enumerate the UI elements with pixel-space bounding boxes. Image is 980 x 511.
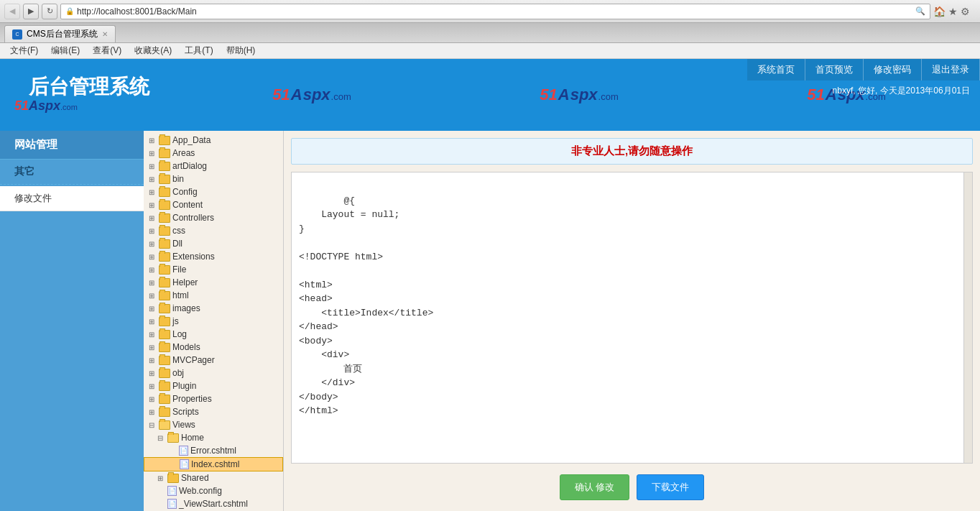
- tree-item-viewstart[interactable]: - 📄 _ViewStart.cshtml: [144, 497, 283, 510]
- back-button[interactable]: ◀: [4, 4, 20, 19]
- folder-icon: [159, 239, 170, 249]
- brand-51: 51: [14, 98, 29, 114]
- lock-icon: 🔒: [65, 7, 74, 15]
- tree-item-artdialog[interactable]: ⊞ artDialog: [144, 160, 283, 172]
- menu-tools[interactable]: 工具(T): [179, 43, 218, 58]
- folder-icon: [159, 188, 170, 197]
- tree-label: html: [172, 290, 189, 300]
- settings-icon[interactable]: ⚙: [961, 6, 970, 17]
- nav-preview[interactable]: 首页预览: [805, 59, 864, 80]
- expand-icon: ⊞: [147, 279, 157, 287]
- tree-item-appdata[interactable]: ⊞ App_Data: [144, 134, 283, 147]
- tree-label: Config: [172, 187, 198, 197]
- tree-item-plugin[interactable]: ⊞ Plugin: [144, 379, 283, 392]
- content-area: 网站管理 其它 修改文件 ⊞ App_Data ⊞ Areas: [0, 131, 980, 511]
- folder-icon: [159, 213, 170, 223]
- tree-item-html[interactable]: ⊞ html: [144, 289, 283, 302]
- editor-scrollbar[interactable]: [963, 172, 972, 463]
- file-icon: 📄: [179, 446, 188, 456]
- menu-file[interactable]: 文件(F): [4, 43, 44, 58]
- tree-label: Content: [172, 200, 203, 210]
- tree-item-js[interactable]: ⊞ js: [144, 315, 283, 328]
- sidebar: 网站管理 其它 修改文件: [0, 131, 144, 511]
- download-button[interactable]: 下载文件: [637, 474, 704, 500]
- folder-icon: [159, 136, 170, 145]
- tree-item-mvcpager[interactable]: ⊞ MVCPager: [144, 354, 283, 367]
- menu-favorites[interactable]: 收藏夹(A): [129, 43, 177, 58]
- reload-button[interactable]: ↻: [42, 4, 57, 19]
- expand-icon: ⊞: [147, 266, 157, 274]
- tree-item-content[interactable]: ⊞ Content: [144, 198, 283, 211]
- code-editor[interactable]: @{ Layout = null; } <!DOCTYPE html> <htm…: [291, 172, 973, 464]
- tree-label: Dll: [172, 239, 182, 249]
- star-icon[interactable]: ★: [948, 6, 958, 17]
- tree-label: Error.cshtml: [190, 446, 236, 456]
- tab-title: CMS后台管理系统: [27, 28, 98, 40]
- tree-label: Web.config: [179, 486, 222, 496]
- tree-item-log[interactable]: ⊞ Log: [144, 328, 283, 341]
- expand-icon: ⊞: [147, 344, 157, 351]
- code-content: @{ Layout = null; } <!DOCTYPE html> <htm…: [299, 195, 433, 417]
- watermark-2: 51 A spx .com: [540, 86, 618, 104]
- tree-label: _ViewStart.cshtml: [179, 499, 248, 509]
- tree-label: Models: [172, 342, 200, 352]
- tree-item-bin[interactable]: ⊞ bin: [144, 172, 283, 185]
- address-bar[interactable]: 🔒 http://localhost:8001/Back/Main 🔍: [60, 4, 930, 19]
- tree-label: Extensions: [172, 252, 215, 262]
- expand-icon: ⊞: [147, 240, 157, 248]
- tree-label: Shared: [181, 473, 209, 483]
- tree-label: App_Data: [172, 135, 211, 145]
- tree-label: MVCPager: [172, 355, 215, 365]
- nav-change-password[interactable]: 修改密码: [864, 59, 922, 80]
- tree-item-properties[interactable]: ⊞ Properties: [144, 392, 283, 405]
- folder-icon: [167, 474, 179, 483]
- brand-spx: spx: [38, 98, 60, 114]
- favicon: C: [12, 29, 22, 40]
- close-tab-button[interactable]: ✕: [102, 30, 108, 38]
- tree-label: Plugin: [172, 381, 196, 391]
- expand-icon: ⊞: [147, 214, 157, 222]
- app-header: 后台管理系统 51 A spx .com 51 A spx .com 51 A …: [0, 59, 980, 131]
- tree-item-helper[interactable]: ⊞ Helper: [144, 276, 283, 289]
- expand-icon: ⊞: [147, 201, 157, 209]
- tree-item-home[interactable]: ⊟ Home: [144, 431, 283, 444]
- folder-icon: [159, 201, 170, 210]
- tree-label: css: [172, 226, 185, 236]
- tree-item-css[interactable]: ⊞ css: [144, 224, 283, 237]
- main-container: 后台管理系统 51 A spx .com 51 A spx .com 51 A …: [0, 59, 980, 511]
- tree-item-areas[interactable]: ⊞ Areas: [144, 147, 283, 160]
- folder-icon: [159, 369, 170, 378]
- sidebar-menu-edit-file[interactable]: 修改文件: [0, 186, 144, 211]
- confirm-button[interactable]: 确认 修改: [560, 474, 630, 500]
- tree-item-images[interactable]: ⊞ images: [144, 302, 283, 315]
- sidebar-item-edit-file[interactable]: 修改文件: [0, 186, 144, 211]
- menu-view[interactable]: 查看(V): [87, 43, 127, 58]
- expand-icon: ⊞: [147, 382, 157, 390]
- forward-button[interactable]: ▶: [23, 4, 39, 19]
- tree-item-extensions[interactable]: ⊞ Extensions: [144, 250, 283, 263]
- tree-item-error-cshtml[interactable]: - 📄 Error.cshtml: [144, 444, 283, 457]
- home-icon[interactable]: 🏠: [933, 6, 946, 17]
- nav-home[interactable]: 系统首页: [747, 59, 805, 80]
- expand-icon: ⊞: [147, 318, 157, 326]
- tree-label: Helper: [172, 277, 198, 287]
- tree-item-index-cshtml[interactable]: - 📄 Index.cshtml: [144, 457, 283, 471]
- tree-item-shared[interactable]: ⊞ Shared: [144, 471, 283, 484]
- tree-item-controllers[interactable]: ⊞ Controllers: [144, 211, 283, 224]
- menu-help[interactable]: 帮助(H): [221, 43, 262, 58]
- tree-item-obj[interactable]: ⊞ obj: [144, 367, 283, 379]
- tree-label: Areas: [172, 148, 195, 158]
- tree-item-views[interactable]: ⊟ Views: [144, 418, 283, 431]
- folder-icon: [159, 382, 170, 391]
- tree-item-web-config[interactable]: - 📄 Web.config: [144, 484, 283, 497]
- tree-item-config[interactable]: ⊞ Config: [144, 185, 283, 198]
- tree-item-scripts[interactable]: ⊞ Scripts: [144, 405, 283, 418]
- tree-item-dll[interactable]: ⊞ Dll: [144, 237, 283, 250]
- nav-logout[interactable]: 退出登录: [922, 59, 980, 80]
- tree-label: File: [172, 264, 186, 275]
- browser-tab[interactable]: C CMS后台管理系统 ✕: [4, 25, 116, 42]
- browser-toolbar: ◀ ▶ ↻ 🔒 http://localhost:8001/Back/Main …: [0, 0, 980, 23]
- menu-edit[interactable]: 编辑(E): [45, 43, 85, 58]
- tree-item-file[interactable]: ⊞ File: [144, 263, 283, 276]
- tree-item-models[interactable]: ⊞ Models: [144, 341, 283, 354]
